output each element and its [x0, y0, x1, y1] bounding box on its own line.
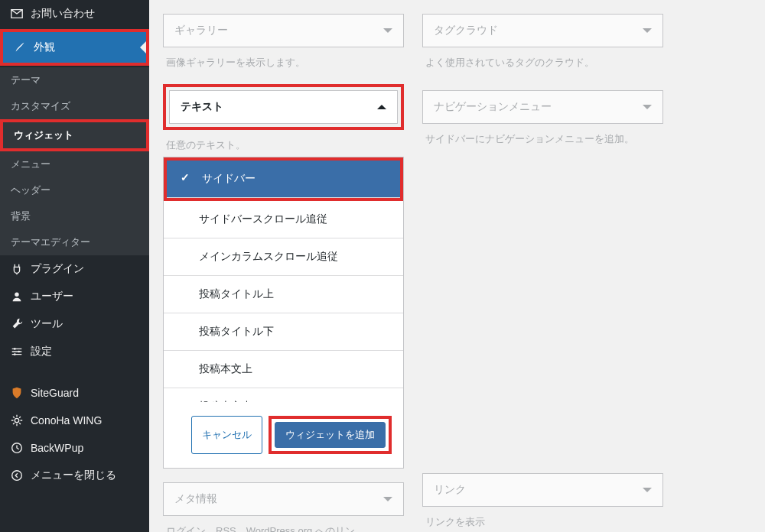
wrench-icon	[9, 316, 24, 332]
add-widget-button[interactable]: ウィジェットを追加	[275, 422, 386, 448]
widget-links-desc: リンクを表示	[422, 507, 663, 530]
sidebar-label: お問い合わせ	[31, 7, 95, 21]
sidebar-item-users[interactable]: ユーザー	[0, 283, 149, 310]
sub-header[interactable]: ヘッダー	[0, 177, 149, 203]
user-icon	[9, 289, 24, 304]
svg-point-6	[12, 471, 22, 481]
chevron-down-icon	[643, 28, 652, 33]
sub-menus[interactable]: メニュー	[0, 151, 149, 177]
widget-gallery-desc: 画像ギャラリーを表示します。	[163, 47, 404, 70]
sidebar-item-settings[interactable]: 設定	[0, 338, 149, 365]
widget-text-body: サイドバー サイドバースクロール追従 メインカラムスクロール追従 投稿タイトル上…	[163, 157, 404, 469]
sidebar-item-appearance[interactable]: 外観	[3, 32, 146, 63]
dest-main-scroll[interactable]: メインカラムスクロール追従	[164, 238, 403, 276]
widget-links-header[interactable]: リンク	[422, 473, 663, 507]
widget-gallery-header[interactable]: ギャラリー	[163, 14, 404, 47]
widget-text-desc: 任意のテキスト。	[163, 130, 404, 153]
svg-point-1	[14, 348, 16, 350]
widget-tagcloud-desc: よく使用されているタグのクラウド。	[422, 47, 663, 70]
chevron-down-icon	[383, 497, 392, 501]
destination-list[interactable]: サイドバー サイドバースクロール追従 メインカラムスクロール追従 投稿タイトル上…	[164, 157, 403, 402]
sub-background[interactable]: 背景	[0, 203, 149, 229]
mail-icon	[9, 6, 24, 21]
widget-meta-header[interactable]: メタ情報	[163, 482, 404, 516]
sidebar-label: 外観	[34, 41, 55, 54]
dest-post-title-below[interactable]: 投稿タイトル下	[164, 313, 403, 351]
widget-tagcloud-header[interactable]: タグクラウド	[422, 14, 663, 47]
sidebar-label: SiteGuard	[31, 387, 79, 399]
main-content: ギャラリー 画像ギャラリーを表示します。 テキスト 任意のテキスト。 サイドバー…	[149, 0, 765, 532]
sidebar-label: ConoHa WING	[31, 414, 102, 427]
sidebar-label: プラグイン	[31, 262, 84, 276]
cancel-button[interactable]: キャンセル	[191, 416, 262, 454]
sidebar-label: メニューを閉じる	[31, 469, 116, 482]
dest-post-body-mid[interactable]: 投稿本文中	[164, 388, 403, 402]
chevron-up-icon	[377, 105, 386, 109]
dest-post-title-above[interactable]: 投稿タイトル上	[164, 276, 403, 313]
sidebar-item-plugins[interactable]: プラグイン	[0, 255, 149, 283]
brush-icon	[12, 40, 28, 55]
dest-sidebar-scroll[interactable]: サイドバースクロール追従	[164, 201, 403, 238]
widget-title: ギャラリー	[174, 24, 228, 37]
sidebar-item-conoha[interactable]: ConoHa WING	[0, 407, 149, 434]
backup-icon	[9, 440, 24, 456]
sidebar-item-siteguard[interactable]: SiteGuard	[0, 379, 149, 407]
dest-sidebar[interactable]: サイドバー	[167, 161, 400, 198]
svg-point-4	[15, 418, 18, 422]
appearance-submenu: テーマ カスタマイズ ウィジェット メニュー ヘッダー 背景 テーマエディター	[0, 67, 149, 255]
sidebar-item-collapse[interactable]: メニューを閉じる	[0, 462, 149, 489]
sidebar-item-contact[interactable]: お問い合わせ	[0, 0, 149, 28]
sidebar-label: ユーザー	[31, 290, 73, 303]
sub-theme-editor[interactable]: テーマエディター	[0, 229, 149, 255]
sub-themes[interactable]: テーマ	[0, 67, 149, 93]
svg-point-2	[18, 351, 20, 353]
widget-title: タグクラウド	[434, 24, 498, 37]
svg-point-0	[15, 293, 18, 297]
widget-meta-desc: ログイン、RSS、WordPress.org へのリン	[163, 516, 404, 532]
chevron-down-icon	[643, 105, 652, 109]
widget-text-header[interactable]: テキスト	[169, 90, 398, 124]
sidebar-item-backwpup[interactable]: BackWPup	[0, 434, 149, 462]
sidebar-label: BackWPup	[31, 442, 83, 454]
chevron-down-icon	[643, 488, 652, 492]
admin-sidebar: お問い合わせ 外観 テーマ カスタマイズ ウィジェット メニュー ヘッダー 背景…	[0, 0, 149, 532]
gear-icon	[9, 413, 24, 428]
sliders-icon	[9, 344, 24, 359]
widget-title: メタ情報	[174, 492, 217, 506]
widget-title: リンク	[434, 483, 466, 497]
chevron-down-icon	[383, 28, 392, 33]
sidebar-item-tools[interactable]: ツール	[0, 310, 149, 338]
sub-customize[interactable]: カスタマイズ	[0, 93, 149, 119]
sidebar-label: ツール	[31, 317, 63, 331]
widget-title: ナビゲーションメニュー	[434, 100, 552, 114]
widget-navmenu-desc: サイドバーにナビゲーションメニューを追加。	[422, 124, 663, 147]
dest-post-body-above[interactable]: 投稿本文上	[164, 351, 403, 388]
sub-widgets[interactable]: ウィジェット	[3, 122, 146, 148]
shield-icon	[9, 385, 24, 401]
sidebar-label: 設定	[31, 345, 52, 358]
plug-icon	[9, 261, 24, 277]
svg-point-3	[14, 353, 16, 355]
widget-navmenu-header[interactable]: ナビゲーションメニュー	[422, 90, 663, 124]
widget-title: テキスト	[181, 100, 223, 114]
collapse-icon	[9, 468, 24, 483]
widget-actions: キャンセル ウィジェットを追加	[164, 402, 403, 468]
